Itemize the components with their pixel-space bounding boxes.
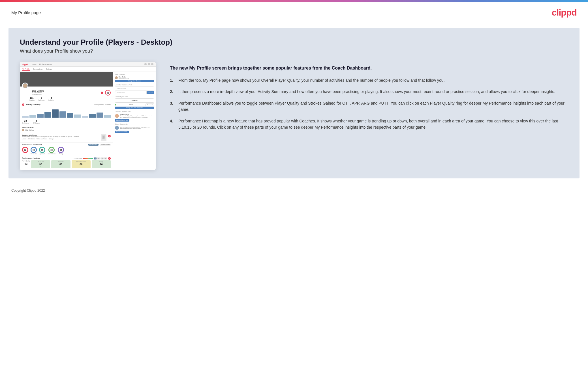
toggle-strokes-gained[interactable]: Strokes Gained (100, 144, 111, 146)
control-10[interactable]: 10 (97, 157, 100, 159)
sub-nav-profile[interactable]: My Profile (22, 68, 30, 71)
list-num-1: 1. (170, 77, 176, 83)
off-course-stat: 3 Off Course (33, 119, 40, 124)
ring-arg-circle: 86 (48, 147, 55, 153)
perf-header-row: Performance Dashboard Player Quality Str… (22, 144, 111, 146)
bar-9 (82, 116, 88, 118)
main-content-area: Understand your Profile (Players - Deskt… (8, 28, 580, 178)
community-avatar (115, 126, 119, 130)
bar-4 (44, 112, 51, 118)
practice-text: Practice Drill Download the Clippd Captu… (120, 113, 154, 118)
badge-2: 2 (22, 103, 24, 106)
sub-nav-connections[interactable]: Connections (33, 68, 42, 71)
browser-nav: Home My Performance (32, 63, 52, 65)
following-value: 5 (48, 97, 54, 99)
sub-nav-settings[interactable]: Settings (46, 68, 52, 71)
list-text-1: From the top, My Profile page now shows … (178, 77, 445, 83)
heatmap-section: Performance Heatmap 5 Round Change 5 (20, 156, 113, 170)
heatmap-putt-arrow: ↑ (101, 166, 102, 167)
activity-section: 2 Activity Summary Monthly Activity · 6 … (20, 102, 113, 125)
coach-item: Dan Davies Barnstaple Golf Club (115, 76, 154, 79)
top-gradient-bar (0, 0, 588, 2)
ring-overall[interactable]: 92 (22, 147, 28, 155)
bar-chart (22, 107, 111, 118)
mockup-body: Blair McHarg Plus Handicap United Kingdo… (20, 72, 156, 170)
lesson-text-col: Lesson with Fordy Nothing to feel like m… (22, 134, 99, 140)
lesson-section: Lesson with Fordy Nothing to feel like m… (20, 133, 113, 142)
perf-rings-row: 92 90 Off the Tee 85 Approach (22, 147, 111, 155)
two-column-layout: clippd Home My Performance My Profile Co… (20, 62, 568, 170)
connected-dot (115, 104, 116, 105)
bar-5 (52, 109, 58, 118)
ring-app-label: Approach (39, 153, 45, 155)
bar-6 (59, 111, 66, 118)
badge-3: 3 (108, 135, 111, 137)
heatmap-app: Approach 85 ↑ (51, 160, 70, 168)
list-num-4: 4. (170, 118, 176, 131)
logo: clippd (552, 7, 577, 18)
followers-label: Followers (39, 99, 44, 101)
badge-4: 4 (108, 157, 111, 160)
disconnect-btn[interactable]: Disconnect (146, 103, 154, 106)
list-text-3: Performance Dashboard allows you to togg… (178, 100, 568, 113)
profile-header-image (20, 72, 113, 87)
activities-stat: 131 Activities (29, 97, 35, 101)
stats-row: 131 Activities 3 Followers 5 Following (20, 97, 113, 102)
heatmap-values-row: Player Quality 92 Off the Tee 90 ↑ Appro… (22, 160, 111, 168)
list-item-1: 1. From the top, My Profile page now sho… (170, 77, 568, 83)
practice-desc: Download the Clippd Capture app to recor… (120, 115, 154, 118)
trackman-input-row: Trackman Link Add Link (115, 91, 154, 94)
page-subheading: What does your Profile show you? (20, 48, 568, 54)
manage-coaches-btn[interactable]: Manage Your Coaches (115, 80, 154, 82)
on-course-value: 24 (22, 119, 29, 122)
ring-app[interactable]: 85 Approach (39, 147, 45, 155)
ring-arg-label: Around Green (48, 153, 55, 155)
activity-section-header: 2 Activity Summary Monthly Activity · 6 … (22, 103, 111, 106)
heatmap-app-arrow: ↑ (61, 166, 61, 167)
community-title: Clippd Community (115, 123, 154, 125)
heatmap-putt-label: Putting (93, 161, 109, 163)
browser-icon-3 (151, 63, 153, 65)
control-5[interactable]: 5 (94, 157, 96, 159)
list-item-3: 3. Performance Dashboard allows you to t… (170, 100, 568, 113)
footer: Copyright Clippd 2022 (0, 184, 588, 197)
control-20[interactable]: 20 (104, 157, 107, 159)
browser-nav-performance: My Performance (39, 63, 52, 65)
performance-dashboard-section: Performance Dashboard Player Quality Str… (20, 142, 113, 156)
browser-icon-2 (148, 63, 150, 65)
perf-toggle: Player Quality Strokes Gained (88, 144, 111, 146)
control-15[interactable]: 15 (101, 157, 103, 159)
description-column: The new My Profile screen brings togethe… (170, 62, 568, 135)
ring-ott[interactable]: 90 Off the Tee (31, 147, 37, 155)
trackman-input-field[interactable]: Trackman Link (115, 91, 147, 94)
manage-data-btn[interactable]: Manage Your Data Integrations (115, 107, 154, 109)
ring-putt[interactable]: 96 Putting (58, 147, 64, 155)
activity-label: Activity Summary (26, 104, 40, 105)
launch-capture-btn[interactable]: Launch Capture App (115, 119, 129, 122)
ring-ott-circle: 90 (31, 147, 37, 153)
connect-title: Connect your data (115, 96, 154, 98)
activities-value: 131 (29, 97, 35, 99)
toggle-player-quality[interactable]: Player Quality (88, 144, 99, 146)
heatmap-arg-label: Around the Green (73, 161, 89, 163)
perf-title: Performance Dashboard (22, 144, 42, 146)
launch-community-btn[interactable]: Launch Community (115, 131, 129, 133)
heatmap-header-row: Performance Heatmap 5 Round Change 5 (22, 157, 111, 160)
page-title: My Profile page (11, 10, 41, 15)
bar-11 (97, 113, 103, 118)
list-text-2: It then presents a more in-depth view of… (178, 88, 555, 95)
coach-info: Dan Davies Barnstaple Golf Club (119, 76, 154, 79)
header-divider (11, 22, 577, 22)
ring-arg[interactable]: 86 Around Green (48, 147, 55, 155)
trend-indicators (83, 158, 93, 159)
add-link-btn[interactable]: Add Link (147, 91, 154, 94)
community-item: Visit the Clippd Community and discover … (115, 126, 154, 130)
list-item-2: 2. It then presents a more in-depth view… (170, 88, 568, 95)
profile-location: United Kingdom (32, 94, 98, 95)
heatmap-controls: 5 10 15 20 (94, 157, 107, 159)
activity-item-1: Blair McHarg (22, 129, 111, 131)
browser-icons (144, 63, 153, 65)
coaches-title: Your Coaches (115, 74, 154, 75)
trackman-placeholder: Trackman Link (115, 87, 154, 90)
off-course-label: Off Course (33, 122, 40, 124)
